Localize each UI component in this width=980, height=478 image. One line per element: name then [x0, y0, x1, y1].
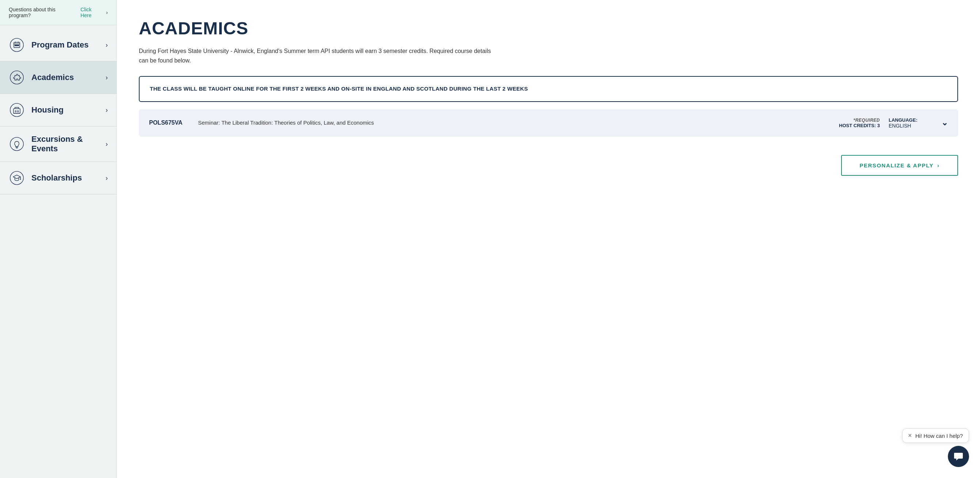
question-banner: Questions about this program? Click Here…: [0, 0, 116, 25]
course-language-label: LANGUAGE:: [889, 117, 932, 123]
svg-point-21: [20, 179, 21, 180]
academics-description: During Fort Hayes State University - Aln…: [139, 46, 497, 65]
building-icon: [9, 102, 25, 118]
svg-rect-12: [15, 111, 16, 112]
svg-rect-6: [16, 45, 18, 46]
notice-text: THE CLASS WILL BE TAUGHT ONLINE FOR THE …: [150, 85, 947, 93]
course-credits-value: 3: [877, 123, 880, 128]
sidebar-item-scholarships[interactable]: Scholarships ›: [0, 162, 116, 194]
academics-title: ACADEMICS: [139, 18, 958, 38]
svg-rect-7: [18, 45, 19, 46]
chat-bubble-text: Hi! How can I help?: [915, 433, 963, 439]
question-text: Questions about this program?: [9, 6, 78, 18]
sidebar-item-label-housing: Housing: [32, 105, 99, 115]
sidebar-item-label-excursions: Excursions & Events: [32, 134, 99, 153]
svg-point-8: [10, 71, 23, 84]
chevron-right-icon-scholarships: ›: [106, 174, 108, 182]
click-here-link[interactable]: Click Here: [80, 6, 104, 18]
course-language-value: ENGLISH: [889, 123, 932, 129]
banner-chevron: ›: [106, 10, 108, 15]
svg-point-9: [10, 104, 23, 116]
sidebar-item-excursions[interactable]: Excursions & Events ›: [0, 126, 116, 162]
chat-open-button[interactable]: [948, 446, 969, 467]
notice-box: THE CLASS WILL BE TAUGHT ONLINE FOR THE …: [139, 76, 958, 102]
sidebar-item-housing[interactable]: Housing ›: [0, 94, 116, 126]
svg-point-18: [10, 171, 23, 185]
mortarboard-icon: [9, 170, 25, 186]
svg-rect-10: [14, 108, 20, 113]
sidebar-nav: Program Dates › Academics ›: [0, 25, 116, 478]
sidebar-item-academics[interactable]: Academics ›: [0, 61, 116, 94]
course-required-label: *REQUIRED: [853, 118, 880, 123]
course-name: Seminar: The Liberal Tradition: Theories…: [198, 119, 809, 127]
chat-bubble: × Hi! How can I help?: [902, 428, 969, 443]
sidebar-item-program-dates[interactable]: Program Dates ›: [0, 29, 116, 61]
course-code: POLS675VA: [149, 120, 189, 126]
main-content: ACADEMICS During Fort Hayes State Univer…: [117, 0, 980, 478]
course-credits-label: HOST CREDITS: 3: [839, 123, 880, 128]
chat-widget: × Hi! How can I help?: [902, 428, 969, 467]
chevron-right-icon-excursions: ›: [106, 140, 108, 148]
sidebar-item-label-program-dates: Program Dates: [32, 40, 99, 50]
svg-point-15: [10, 137, 23, 151]
calendar-icon: [9, 37, 25, 53]
chat-icon: [953, 451, 964, 462]
chevron-right-icon: ›: [106, 41, 108, 49]
chevron-right-icon-housing: ›: [106, 106, 108, 114]
sidebar-item-label-academics: Academics: [32, 73, 99, 82]
course-expand-button[interactable]: ⌄: [941, 118, 948, 127]
apply-button-label: PERSONALIZE & APPLY: [860, 162, 934, 169]
puzzle-icon: [9, 69, 25, 86]
apply-button-row: PERSONALIZE & APPLY ›: [139, 155, 958, 176]
personalize-apply-button[interactable]: PERSONALIZE & APPLY ›: [841, 155, 958, 176]
chevron-right-icon-academics: ›: [106, 74, 108, 81]
apply-chevron: ›: [937, 162, 940, 169]
svg-rect-5: [15, 45, 16, 46]
course-card: POLS675VA Seminar: The Liberal Tradition…: [139, 109, 958, 137]
sidebar: Questions about this program? Click Here…: [0, 0, 117, 478]
chat-close-button[interactable]: ×: [908, 432, 912, 439]
svg-rect-11: [15, 107, 19, 109]
course-language-block: LANGUAGE: ENGLISH: [889, 117, 932, 129]
lightbulb-icon: [9, 136, 25, 152]
svg-marker-19: [13, 175, 21, 179]
svg-rect-13: [18, 111, 19, 112]
sidebar-item-label-scholarships: Scholarships: [32, 173, 99, 183]
